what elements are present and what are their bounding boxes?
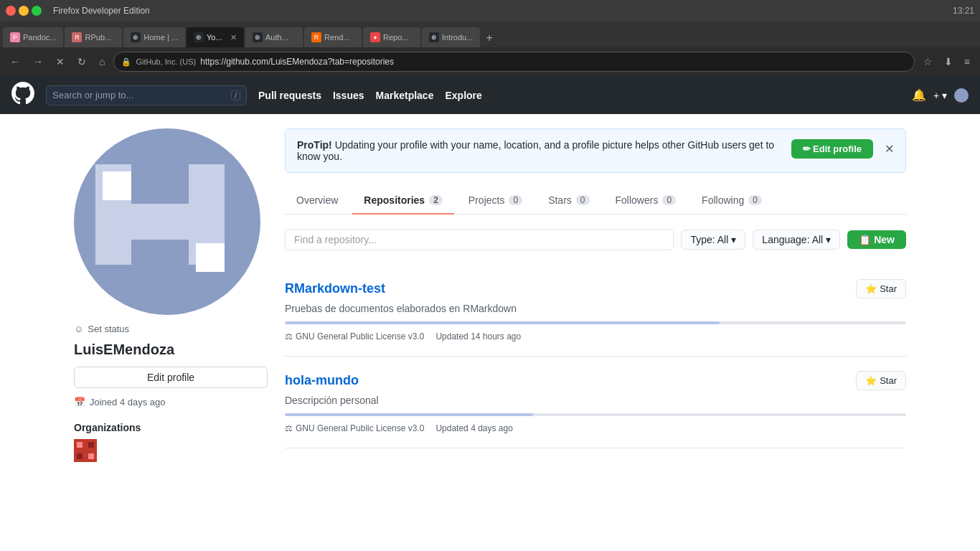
calendar-icon: 📅 [74,397,85,408]
github-body: ☺ Set status LuisEMendoza Edit profile 📅… [60,114,920,476]
downloads-button[interactable]: ⬇ [940,53,957,70]
search-shortcut: / [231,90,240,100]
tab-label-4: Yo... [207,33,222,42]
star-button-1[interactable]: ⭐ Star [856,279,906,298]
notifications-icon[interactable]: 🔔 [912,88,926,102]
repo-item-1: RMarkdown-test ⭐ Star Pruebas de documen… [285,265,906,357]
repo-name-1[interactable]: RMarkdown-test [285,281,385,296]
tab-repositories-label: Repositories [364,194,425,206]
close-window-icon[interactable] [6,6,16,16]
language-dropdown-label: Language: All [762,234,823,245]
nav-marketplace[interactable]: Marketplace [376,90,434,101]
svg-rect-2 [88,453,94,459]
plus-dropdown[interactable]: + ▾ [933,90,947,101]
svg-rect-4 [88,442,94,448]
browser-tab-2[interactable]: R RPub... [65,27,122,47]
nav-explore[interactable]: Explore [445,90,481,101]
home-button[interactable]: ⌂ [95,53,109,70]
repositories-count: 2 [429,195,443,205]
protip-close-button[interactable]: ✕ [879,142,894,156]
forward-button[interactable]: → [29,53,47,70]
nav-issues[interactable]: Issues [333,90,364,101]
address-bar[interactable]: 🔒 GitHub, Inc. (US) https://github.com/L… [113,52,914,72]
stop-button[interactable]: ✕ [52,53,69,70]
tab-repositories[interactable]: Repositories 2 [352,187,454,215]
github-header: Search or jump to... / Pull requests Iss… [0,76,980,114]
tab-close-4[interactable]: ✕ [226,33,237,42]
license-text-1: GNU General Public License v3.0 [296,331,424,342]
set-status-button[interactable]: ☺ Set status [74,324,268,334]
profile-sidebar: ☺ Set status LuisEMendoza Edit profile 📅… [74,128,268,462]
repository-list: RMarkdown-test ⭐ Star Pruebas de documen… [285,265,906,448]
profile-avatar [74,128,260,315]
org-avatar-1[interactable] [74,439,97,462]
repo-meta-2: ⚖ GNU General Public License v3.0 Update… [285,423,906,433]
organizations-title: Organizations [74,422,268,433]
edit-profile-banner-button[interactable]: ✏ Edit profile [791,139,874,159]
protip-text: ProTip! Updating your profile with your … [297,139,780,162]
license-text-2: GNU General Public License v3.0 [296,423,424,433]
search-bar[interactable]: Search or jump to... / [46,85,247,105]
protip-actions: ✏ Edit profile ✕ [780,139,895,159]
company-name: GitHub, Inc. (US) [136,57,196,66]
tab-followers[interactable]: Followers 0 [604,187,688,215]
reload-button[interactable]: ↻ [73,53,90,70]
maximize-window-icon[interactable] [32,6,42,16]
repo-meta-1: ⚖ GNU General Public License v3.0 Update… [285,331,906,342]
repo-header-2: hola-mundo ⭐ Star [285,371,906,390]
tab-stars[interactable]: Stars 0 [537,187,600,215]
type-dropdown[interactable]: Type: All ▾ [681,230,745,250]
browser-tab-8[interactable]: ⊛ Introdu... [422,27,480,47]
repo-updated-2: Updated 4 days ago [435,423,512,433]
repo-desc-1: Pruebas de documentos elaborados en RMar… [285,303,906,314]
browser-tab-5[interactable]: ⊛ Auth... [245,27,303,47]
tab-projects[interactable]: Projects 0 [457,187,534,215]
menu-button[interactable]: ≡ [960,53,974,70]
browser-tabs-bar: P Pandoc... R RPub... ⊛ Home | ... ⊛ Yo.… [0,22,980,47]
scale-icon-1: ⚖ [285,331,293,342]
tab-following-label: Following [702,194,744,206]
browser-tab-3[interactable]: ⊛ Home | ... [123,27,184,47]
browser-title: Firefox Developer Edition [53,6,150,16]
toolbar-right-buttons: ☆ ⬇ ≡ [919,53,974,70]
repo-bar-fill-1 [285,321,720,324]
new-repo-label: New [874,234,895,245]
nav-pull-requests[interactable]: Pull requests [258,90,321,101]
browser-titlebar: Firefox Developer Edition 13:21 [0,0,980,22]
user-avatar-small[interactable] [954,88,969,103]
tab-label-2: RPub... [85,33,111,42]
profile-tabs: Overview Repositories 2 Projects 0 Stars… [285,187,906,215]
browser-tab-1[interactable]: P Pandoc... [3,27,63,47]
tab-favicon-8: ⊛ [429,32,439,42]
new-repo-button[interactable]: 📋 New [847,230,906,249]
find-repo-input[interactable] [285,229,674,250]
joined-date: 📅 Joined 4 days ago [74,397,268,408]
tab-favicon-3: ⊛ [131,32,141,42]
repo-header-1: RMarkdown-test ⭐ Star [285,279,906,298]
minimize-window-icon[interactable] [19,6,29,16]
language-dropdown[interactable]: Language: All ▾ [753,230,840,250]
followers-count: 0 [662,195,676,205]
svg-rect-1 [77,442,83,448]
tab-following[interactable]: Following 0 [690,187,773,215]
new-tab-button[interactable]: + [481,29,496,47]
tab-favicon-4: ⊛ [194,32,204,42]
edit-profile-button[interactable]: Edit profile [74,367,268,388]
back-button[interactable]: ← [6,53,24,70]
repo-desc-2: Descripción personal [285,395,906,406]
set-status-label: Set status [88,324,129,334]
star-button-2[interactable]: ⭐ Star [856,371,906,390]
type-chevron-icon: ▾ [731,234,736,245]
tab-stars-label: Stars [548,194,572,206]
star-label-1: Star [880,283,897,294]
repo-name-2[interactable]: hola-mundo [285,373,359,388]
repo-filter-bar: Type: All ▾ Language: All ▾ 📋 New [285,229,906,250]
bookmarks-button[interactable]: ☆ [919,53,937,70]
browser-tab-7[interactable]: ♦ Repo... [363,27,420,47]
repo-updated-1: Updated 14 hours ago [435,331,521,342]
language-chevron-icon: ▾ [826,234,831,245]
tab-favicon-6: R [311,32,321,42]
browser-tab-4[interactable]: ⊛ Yo... ✕ [187,27,244,47]
tab-overview[interactable]: Overview [285,187,349,215]
browser-tab-6[interactable]: R Rend... [304,27,362,47]
